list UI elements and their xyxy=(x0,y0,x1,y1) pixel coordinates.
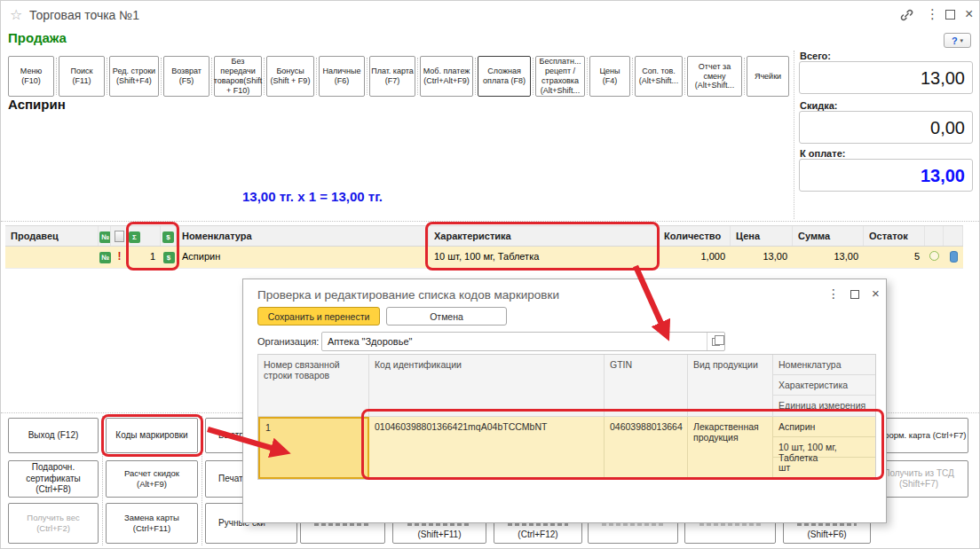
due-label: К оплате: xyxy=(800,148,845,159)
favorite-star-icon[interactable]: ☆ xyxy=(10,6,22,23)
related-goods-button[interactable]: Соп. тов. (Alt+Shift... xyxy=(635,56,683,97)
marking-cylinder-icon xyxy=(944,247,963,268)
column-marking xyxy=(944,226,963,246)
exit-button[interactable]: Выход (F12) xyxy=(8,418,99,453)
chevron-down-icon: ▾ xyxy=(960,37,964,44)
cell-stock: 5 xyxy=(864,247,925,268)
vertical-splitter xyxy=(202,416,202,545)
column-stock: Остаток xyxy=(864,226,925,246)
cell-product-type: Лекарственная продукция xyxy=(688,417,773,479)
prices-button[interactable]: Цены (F4) xyxy=(589,56,630,97)
save-and-transfer-button[interactable]: Сохранить и перенести xyxy=(257,307,380,325)
help-icon: ? xyxy=(952,35,958,46)
gift-certificates-button[interactable]: Подарочн. сертификаты (Ctrl+F8) xyxy=(8,460,99,498)
dialog-maximize-icon[interactable] xyxy=(850,290,859,299)
table-row[interactable]: 1 010460398801366421mqA04bTCCMbNT 046039… xyxy=(258,416,875,479)
dialog-title: Проверка и редактирование списка кодов м… xyxy=(257,288,559,302)
cell-group-nomenclature: Аспирин 10 шт, 100 мг, Таблетка шт xyxy=(773,417,875,479)
total-label: Всего: xyxy=(800,51,831,61)
dialog-close-icon[interactable]: × xyxy=(872,286,880,301)
column-status xyxy=(925,226,944,246)
current-product-name: Аспирин xyxy=(8,97,66,112)
marking-codes-button[interactable]: Коды маркировки xyxy=(106,418,198,453)
column-identification-code: Код идентификации xyxy=(369,355,605,416)
mobile-payment-button[interactable]: Моб. платеж (Ctrl+Alt+F9) xyxy=(420,56,473,97)
price-calculation-line: 13,00 тг. x 1 = 13,00 тг. xyxy=(242,189,383,204)
discount-calc-button[interactable]: Расчет скидок (Alt+F9) xyxy=(106,460,198,498)
button-label: (Ctrl+F12) xyxy=(518,529,557,541)
get-weight-button[interactable]: Получить вес (Ctrl+F2) xyxy=(8,503,99,544)
return-button[interactable]: Возврат (F5) xyxy=(163,56,209,97)
separator xyxy=(473,56,478,97)
separator xyxy=(585,56,589,97)
separator xyxy=(365,56,369,97)
warning-icon: ! xyxy=(111,247,128,268)
open-organization-button[interactable] xyxy=(707,333,724,350)
column-product-type: Вид продукции xyxy=(688,355,773,416)
marking-table-header[interactable]: Номер связанной строки товаров Код идент… xyxy=(258,355,875,416)
card-replace-button[interactable]: Замена карты (Ctrl+F11) xyxy=(106,503,198,544)
cell-seller xyxy=(5,247,99,268)
organization-value: Аптека "Здоровье" xyxy=(328,336,412,347)
sales-table: Продавец № Σ $ Номенклатура Характеристи… xyxy=(5,225,963,269)
currency-icon: $ xyxy=(162,231,174,243)
currency-icon: $ xyxy=(161,247,177,268)
cells-button[interactable]: Ячейки xyxy=(747,56,789,97)
bonuses-button[interactable]: Бонусы (Shift + F9) xyxy=(266,56,314,97)
free-prescription-button[interactable]: Бесплатн... рецепт / страховка (Alt+Shif… xyxy=(535,56,585,97)
column-sum: Сумма xyxy=(793,226,864,246)
organization-field[interactable]: Аптека "Здоровье" xyxy=(321,332,725,351)
button-label: (Shift+F6) xyxy=(807,529,846,541)
no-transfer-button[interactable]: Без передачи товаров(Shift + F10) xyxy=(214,56,262,97)
total-value-field: 13,00 xyxy=(799,61,973,94)
horizontal-splitter xyxy=(1,221,980,222)
search-button[interactable]: Поиск (F11) xyxy=(59,56,105,97)
cell-characteristic: 10 шт, 100 мг, Таблетка xyxy=(429,247,659,268)
cell-quantity: 1,000 xyxy=(659,247,731,268)
cell-line-icon: № xyxy=(99,247,111,268)
cancel-button[interactable]: Отмена xyxy=(386,307,507,325)
menu-button[interactable]: Меню (F10) xyxy=(8,56,54,97)
payment-card-button[interactable]: Плат. карта (F7) xyxy=(369,56,415,97)
column-nomenclature: Номенклатура xyxy=(177,226,429,246)
open-icon xyxy=(712,338,720,346)
maximize-icon[interactable] xyxy=(945,10,955,20)
vertical-splitter xyxy=(102,416,103,545)
line-number-icon: № xyxy=(99,226,111,246)
page-title: Продажа xyxy=(8,30,67,45)
column-characteristic: Характеристика xyxy=(773,375,875,396)
complex-payment-button[interactable]: Сложная оплата (F8) xyxy=(478,56,531,97)
separator xyxy=(314,56,319,97)
column-seller: Продавец xyxy=(5,226,99,246)
dialog-menu-icon[interactable]: ⋮ xyxy=(827,286,840,301)
column-nomenclature: Номенклатура xyxy=(773,355,875,375)
marking-codes-table: Номер связанной строки товаров Код идент… xyxy=(257,354,876,480)
cell-identification-code: 010460398801366421mqA04bTCCMbNT xyxy=(369,417,605,479)
separator xyxy=(742,56,747,97)
separator xyxy=(531,56,535,97)
window-menu-icon[interactable]: ⋮ xyxy=(926,6,939,22)
column-linked-line-number: Номер связанной строки товаров xyxy=(258,355,369,416)
cell-linked-line-number[interactable]: 1 xyxy=(258,417,369,479)
discount-value-field: 0,00 xyxy=(799,111,973,144)
currency-column-header: $ xyxy=(161,226,177,246)
link-icon[interactable] xyxy=(899,8,915,22)
separator xyxy=(415,56,420,97)
sales-table-header[interactable]: Продавец № Σ $ Номенклатура Характеристи… xyxy=(5,225,963,247)
number-badge-icon: № xyxy=(99,231,111,243)
separator xyxy=(105,56,109,97)
document-icon xyxy=(111,226,128,246)
separator xyxy=(209,56,214,97)
cell-price: 13,00 xyxy=(731,247,793,268)
help-button[interactable]: ? ▾ xyxy=(944,33,971,48)
column-quantity: Количество xyxy=(659,226,731,246)
shift-report-button[interactable]: Отчет за смену (Alt+Shift... xyxy=(687,56,742,97)
vertical-splitter xyxy=(794,51,794,219)
edit-row-button[interactable]: Ред. строки (Shift+F4) xyxy=(109,56,159,97)
cell-sum: 13,00 xyxy=(793,247,864,268)
table-row[interactable]: № ! 1 $ Аспирин 10 шт, 100 мг, Таблетка … xyxy=(5,247,963,269)
separator xyxy=(159,56,163,97)
discount-label: Скидка: xyxy=(800,100,837,111)
close-icon[interactable]: × xyxy=(965,6,973,22)
cash-button[interactable]: Наличные (F6) xyxy=(319,56,365,97)
